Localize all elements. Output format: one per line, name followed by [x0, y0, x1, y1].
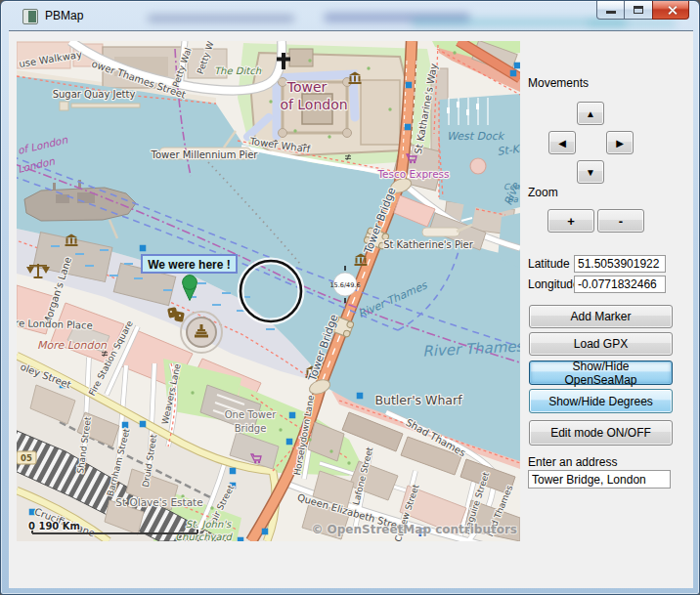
- map-label: The Ditch: [214, 65, 262, 76]
- toggle-degrees-button[interactable]: Show/Hide Degrees: [529, 389, 673, 413]
- latitude-label: Latitude: [528, 257, 570, 271]
- map-label: More London: [37, 339, 108, 352]
- map-label: Tesco Express: [376, 168, 449, 180]
- edit-handle[interactable]: [238, 537, 244, 541]
- edit-handle[interactable]: [286, 439, 293, 446]
- add-marker-button[interactable]: Add Marker: [529, 305, 673, 328]
- map-label: Bridge: [235, 423, 267, 434]
- latitude-input[interactable]: [574, 255, 666, 273]
- edit-handle[interactable]: [357, 393, 364, 400]
- zoom-label: Zoom: [528, 186, 558, 199]
- edit-handle[interactable]: [289, 412, 296, 419]
- map-attribution: © OpenStreetMap contributors: [311, 523, 517, 536]
- scale-text: 0 190 Km: [28, 521, 80, 531]
- address-label: Enter an address: [528, 455, 617, 469]
- map-label: Sugar Quay Jetty: [53, 89, 136, 100]
- zoom-in-button[interactable]: +: [547, 209, 594, 233]
- map-label: Butler's Wharf: [374, 393, 462, 407]
- edit-handle[interactable]: [140, 421, 147, 428]
- map-label: Tower: [286, 79, 328, 95]
- minimize-button[interactable]: [596, 1, 625, 20]
- maximize-button[interactable]: [625, 1, 652, 20]
- close-icon: [667, 5, 678, 16]
- window-title: PBMap: [45, 9, 83, 22]
- map-label: St Olave's Estate: [115, 496, 202, 508]
- app-icon: [22, 9, 38, 24]
- edit-handle[interactable]: [140, 245, 147, 252]
- map-svg[interactable]: 15.6/49.6: [17, 41, 520, 541]
- client-area: 15.6/49.6: [9, 30, 693, 588]
- titlebar[interactable]: PBMap: [1, 1, 700, 30]
- map-label: Tower Millennium Pier: [151, 149, 259, 160]
- edit-handle[interactable]: [406, 82, 413, 89]
- edit-handle[interactable]: [510, 70, 517, 77]
- pan-left-button[interactable]: ◀: [548, 131, 576, 154]
- map-label: West Dock: [447, 130, 505, 143]
- load-gpx-button[interactable]: Load GPX: [529, 332, 673, 356]
- movements-label: Movements: [528, 76, 589, 90]
- edit-handle[interactable]: [230, 468, 237, 475]
- longitude-input[interactable]: [574, 276, 666, 293]
- bridge-clearance-sign: 15.6/49.6: [329, 281, 360, 289]
- glass-reflection: [148, 15, 294, 22]
- map-label: of London: [280, 97, 347, 112]
- glass-reflection: [588, 21, 676, 26]
- longitude-label: Longitude: [528, 277, 580, 291]
- edit-handle[interactable]: [405, 124, 412, 131]
- close-button[interactable]: [652, 1, 689, 20]
- map-canvas[interactable]: 15.6/49.6: [17, 41, 520, 541]
- app-window: PBMap: [0, 0, 700, 595]
- pan-up-button[interactable]: ▲: [577, 102, 604, 125]
- map-label: One Tower: [225, 409, 277, 420]
- edit-handle[interactable]: [262, 529, 269, 535]
- pan-down-button[interactable]: ▼: [577, 160, 604, 184]
- edit-handle[interactable]: [122, 422, 129, 429]
- map-label: St Katherine's Pier: [383, 239, 474, 250]
- maximize-icon: [634, 6, 643, 14]
- marker-tooltip: We were here !: [142, 255, 237, 273]
- address-input[interactable]: [528, 470, 671, 489]
- edit-mode-button[interactable]: Edit mode ON/OFF: [529, 420, 673, 446]
- toggle-openseamap-button[interactable]: Show/Hide OpenSeaMap: [529, 361, 673, 385]
- map-label: St. John's: [186, 519, 232, 530]
- route-shield-number: 05: [21, 453, 32, 463]
- pan-right-button[interactable]: ▶: [606, 131, 634, 154]
- zoom-out-button[interactable]: -: [597, 209, 644, 233]
- marker-tooltip-text: We were here !: [148, 258, 230, 272]
- edit-handle[interactable]: [514, 63, 520, 69]
- minimize-icon: [606, 11, 616, 14]
